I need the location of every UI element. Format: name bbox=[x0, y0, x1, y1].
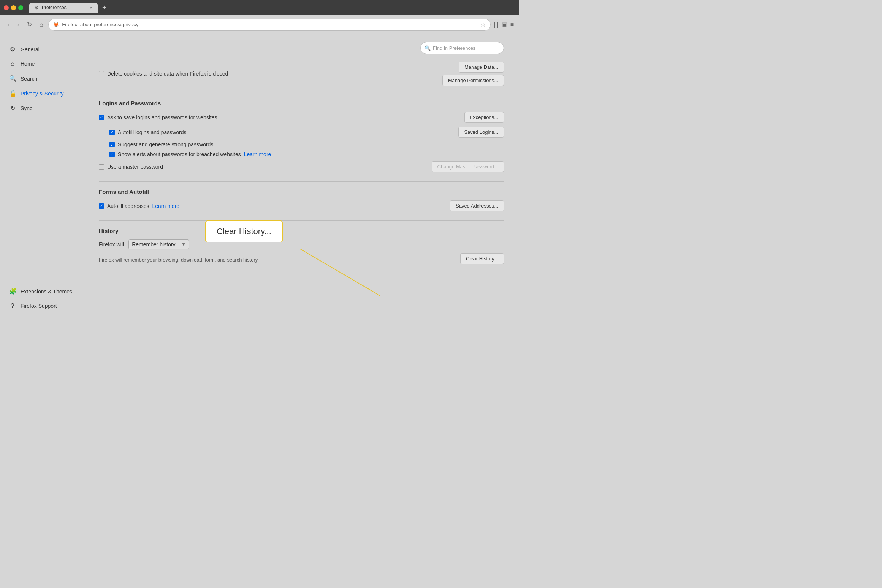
autofill-addresses-checkbox[interactable]: ✓ bbox=[99, 203, 104, 209]
extensions-icon: 🧩 bbox=[9, 288, 16, 295]
alerts-row: ✓ Show alerts about passwords for breach… bbox=[109, 151, 504, 157]
autofill-addr-left: ✓ Autofill addresses Learn more bbox=[99, 203, 450, 209]
divider-1 bbox=[99, 93, 504, 93]
dropdown-chevron-icon: ▼ bbox=[181, 242, 186, 247]
sync-icon: ↻ bbox=[9, 105, 16, 112]
layout-icon[interactable]: ▣ bbox=[502, 21, 507, 28]
firefox-logo-icon: 🦊 bbox=[53, 22, 59, 27]
logins-title: Logins and Passwords bbox=[99, 100, 504, 106]
autofill-learn-more-link[interactable]: Learn more bbox=[152, 203, 180, 209]
bookmark-star-icon[interactable]: ☆ bbox=[480, 21, 486, 28]
saved-logins-button[interactable]: Saved Logins... bbox=[458, 127, 504, 138]
history-title: History bbox=[99, 228, 504, 234]
autofill-addresses-label: Autofill addresses bbox=[107, 203, 149, 209]
tab-close-icon[interactable]: × bbox=[90, 5, 92, 10]
sidebar: ⚙ General ⌂ Home 🔍 Search 🔒 Privacy & Se… bbox=[0, 34, 84, 328]
cookies-row-left: Delete cookies and site data when Firefo… bbox=[99, 71, 442, 77]
master-password-label: Use a master password bbox=[107, 164, 163, 170]
master-password-checkbox[interactable] bbox=[99, 164, 104, 170]
tab-gear-icon: ⚙ bbox=[35, 5, 39, 10]
sidebar-search-label: Search bbox=[21, 76, 37, 82]
forward-button[interactable]: › bbox=[15, 20, 21, 30]
find-input[interactable]: 🔍 Find in Preferences bbox=[420, 42, 504, 54]
preferences-tab[interactable]: ⚙ Preferences × bbox=[29, 3, 98, 13]
clear-history-tooltip: Clear History... bbox=[205, 220, 283, 242]
divider-2 bbox=[99, 181, 504, 182]
suggest-row: ✓ Suggest and generate strong passwords bbox=[109, 141, 504, 147]
exceptions-button[interactable]: Exceptions... bbox=[464, 112, 504, 123]
sidebar-item-support[interactable]: ? Firefox Support bbox=[0, 299, 84, 313]
close-button[interactable] bbox=[4, 5, 9, 10]
history-section: History Firefox will Remember history ▼ … bbox=[99, 228, 504, 264]
history-dropdown[interactable]: Remember history ▼ bbox=[128, 239, 189, 249]
ask-save-label: Ask to save logins and passwords for web… bbox=[107, 114, 217, 120]
master-password-row: Use a master password Change Master Pass… bbox=[99, 161, 504, 172]
home-button[interactable]: ⌂ bbox=[37, 20, 46, 30]
history-option-label: Remember history bbox=[132, 241, 175, 247]
find-placeholder-text: Find in Preferences bbox=[433, 45, 476, 51]
clear-history-tooltip-label: Clear History... bbox=[217, 227, 271, 236]
gear-icon: ⚙ bbox=[9, 46, 16, 53]
autofill-left: ✓ Autofill logins and passwords bbox=[109, 129, 458, 135]
manage-permissions-button[interactable]: Manage Permissions... bbox=[442, 75, 504, 86]
search-icon: 🔍 bbox=[9, 75, 16, 82]
sidebar-item-search[interactable]: 🔍 Search bbox=[0, 71, 84, 86]
alerts-learn-more-link[interactable]: Learn more bbox=[244, 151, 271, 157]
home-icon: ⌂ bbox=[9, 60, 16, 67]
sidebar-item-privacy[interactable]: 🔒 Privacy & Security bbox=[0, 86, 84, 101]
reload-button[interactable]: ↻ bbox=[25, 19, 34, 30]
tab-label: Preferences bbox=[42, 5, 67, 10]
minimize-button[interactable] bbox=[11, 5, 16, 10]
find-search-icon: 🔍 bbox=[424, 45, 431, 51]
forms-section: Forms and Autofill ✓ Autofill addresses … bbox=[99, 189, 504, 211]
divider-3 bbox=[99, 220, 504, 221]
sidebar-item-sync[interactable]: ↻ Sync bbox=[0, 101, 84, 116]
back-button[interactable]: ‹ bbox=[5, 20, 12, 30]
sidebar-item-home[interactable]: ⌂ Home bbox=[0, 57, 84, 71]
history-description-row: Firefox will remember your browsing, dow… bbox=[99, 253, 504, 264]
ask-save-left: ✓ Ask to save logins and passwords for w… bbox=[99, 114, 464, 120]
sidebar-privacy-label: Privacy & Security bbox=[21, 90, 64, 97]
ask-save-checkbox[interactable]: ✓ bbox=[99, 115, 104, 120]
sidebar-support-label: Firefox Support bbox=[21, 303, 57, 309]
lock-icon: 🔒 bbox=[9, 90, 16, 97]
sidebar-extensions-label: Extensions & Themes bbox=[21, 288, 72, 295]
autofill-row: ✓ Autofill logins and passwords Saved Lo… bbox=[109, 127, 504, 138]
content-area: 🔍 Find in Preferences Delete cookies and… bbox=[84, 34, 519, 328]
address-bar[interactable]: 🦊 Firefox about:preferences#privacy ☆ bbox=[48, 19, 491, 31]
alerts-checkbox[interactable]: ✓ bbox=[109, 152, 115, 157]
forms-title: Forms and Autofill bbox=[99, 189, 504, 195]
maximize-button[interactable] bbox=[18, 5, 23, 10]
menu-icon[interactable]: ≡ bbox=[510, 21, 514, 28]
tab-bar: ⚙ Preferences × + bbox=[29, 0, 515, 15]
nav-right-buttons: ||| ▣ ≡ bbox=[494, 21, 514, 28]
title-bar: ⚙ Preferences × + bbox=[0, 0, 519, 15]
master-left: Use a master password bbox=[99, 164, 432, 170]
traffic-lights bbox=[4, 5, 23, 10]
delete-cookies-checkbox[interactable] bbox=[99, 71, 104, 76]
autofill-checkbox[interactable]: ✓ bbox=[109, 130, 115, 135]
firefox-will-row: Firefox will Remember history ▼ bbox=[99, 239, 504, 249]
suggest-label: Suggest and generate strong passwords bbox=[118, 141, 213, 147]
change-master-button: Change Master Password... bbox=[432, 161, 504, 172]
alerts-label: Show alerts about passwords for breached… bbox=[118, 151, 241, 157]
suggest-checkbox[interactable]: ✓ bbox=[109, 142, 115, 147]
clear-history-button-inline[interactable]: Clear History... bbox=[460, 253, 504, 264]
autofill-label: Autofill logins and passwords bbox=[118, 129, 187, 135]
new-tab-button[interactable]: + bbox=[99, 2, 109, 13]
sidebar-item-general[interactable]: ⚙ General bbox=[0, 42, 84, 57]
autofill-addresses-row: ✓ Autofill addresses Learn more Saved Ad… bbox=[99, 200, 504, 211]
bookmarks-icon[interactable]: ||| bbox=[494, 21, 498, 28]
sidebar-item-extensions[interactable]: 🧩 Extensions & Themes bbox=[0, 284, 84, 299]
find-bar: 🔍 Find in Preferences bbox=[99, 42, 504, 54]
cookies-section: Delete cookies and site data when Firefo… bbox=[99, 62, 504, 86]
firefox-will-label: Firefox will bbox=[99, 241, 124, 247]
sidebar-sync-label: Sync bbox=[21, 105, 32, 111]
history-description: Firefox will remember your browsing, dow… bbox=[99, 257, 259, 263]
logins-section: Logins and Passwords ✓ Ask to save login… bbox=[99, 100, 504, 172]
delete-cookies-label: Delete cookies and site data when Firefo… bbox=[107, 71, 228, 77]
sidebar-home-label: Home bbox=[21, 61, 35, 67]
main-layout: ⚙ General ⌂ Home 🔍 Search 🔒 Privacy & Se… bbox=[0, 34, 519, 328]
manage-data-button[interactable]: Manage Data... bbox=[459, 62, 504, 73]
saved-addresses-button[interactable]: Saved Addresses... bbox=[450, 200, 504, 211]
